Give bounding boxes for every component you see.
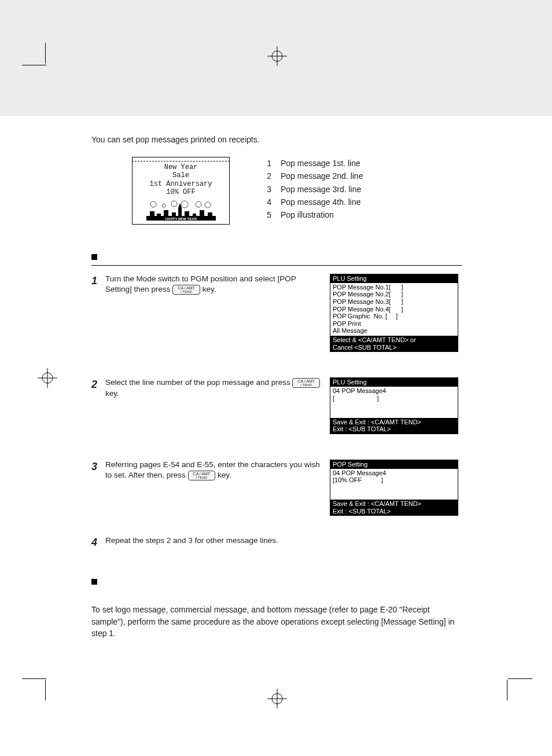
receipt-line3: 1st Anniversary [136, 180, 226, 188]
manual-page: You can set pop messages printed on rece… [0, 0, 552, 756]
legend-item: 4Pop message 4th. line [264, 196, 363, 208]
ca-amt-tend-key: CA / AMT/ TEND [172, 285, 200, 295]
step-text: Repeat the steps 2 and 3 for other messa… [105, 535, 323, 549]
registration-mark-left [38, 368, 57, 388]
legend-label: Pop message 3rd. line [281, 183, 361, 196]
step-text: Referring pages E-54 and E-55, enter the… [105, 460, 323, 480]
step-number: 3 [91, 460, 101, 480]
svg-point-13 [196, 201, 201, 207]
ca-amt-tend-key: CA / AMT/ TEND [292, 378, 320, 388]
svg-point-9 [150, 201, 156, 207]
step-4: 4 Repeat the steps 2 and 3 for other mes… [91, 535, 462, 549]
lcd-header: POP Setting [330, 460, 458, 469]
bullet-square-icon [91, 254, 97, 260]
legend-item: 2Pop message 2nd. line [264, 170, 363, 182]
lcd-body: 04 POP Message4 [ ] [330, 387, 458, 418]
receipt-line1: New Year [136, 163, 226, 171]
step-number: 2 [91, 377, 101, 398]
svg-point-11 [171, 201, 177, 207]
lcd-screen-1: PLU Setting POP Message No.1[ ] POP Mess… [330, 274, 458, 352]
ca-amt-tend-key: CA / AMT/ TEND [188, 471, 216, 480]
intro-text: You can set pop messages printed on rece… [91, 134, 462, 145]
lcd-body: 04 POP Message4 [10% OFF ] [330, 469, 458, 500]
receipt-sample: New Year Sale 1st Anniversary 10% OFF HA… [132, 157, 230, 225]
legend-label: Pop message 1st. line [281, 157, 360, 170]
section-header [91, 577, 462, 587]
step-text: Turn the Mode switch to PGM position and… [105, 274, 323, 295]
illustration-row: New Year Sale 1st Anniversary 10% OFF HA… [132, 157, 462, 225]
step-text: Select the line number of the pop messag… [105, 377, 323, 398]
crop-mark-bottom-left [22, 659, 74, 711]
svg-point-14 [205, 202, 211, 208]
svg-point-10 [162, 204, 165, 207]
legend-list: 1Pop message 1st. line 2Pop message 2nd.… [264, 157, 363, 222]
lcd-footer: Select & <CA/AMT TEND> or Cancel <SUB TO… [330, 336, 458, 351]
step-number: 1 [91, 274, 101, 295]
section-rule [91, 265, 462, 266]
legend-label: Pop illustration [281, 208, 334, 221]
crop-mark-bottom-right [484, 659, 536, 711]
step-2: 2 Select the line number of the pop mess… [91, 377, 462, 436]
lcd-screen-2: PLU Setting 04 POP Message4 [ ] Save & E… [330, 377, 458, 434]
legend-item: 5Pop illustration [264, 208, 363, 221]
bullet-square-icon [91, 579, 97, 585]
lcd-body: POP Message No.1[ ] POP Message No.2[ ] … [330, 283, 458, 336]
fireworks-cityscape-icon: HAPPY NEW YEAR [146, 200, 216, 221]
final-paragraph: To set logo message, commercial message,… [91, 604, 462, 639]
legend-item: 1Pop message 1st. line [264, 157, 363, 170]
registration-mark-top [267, 46, 287, 66]
crop-mark-top-left [22, 43, 74, 95]
legend-label: Pop message 4th. line [281, 196, 361, 208]
step-1: 1 Turn the Mode switch to PGM position a… [91, 274, 462, 354]
lcd-header: PLU Setting [330, 274, 458, 283]
page-content: You can set pop messages printed on rece… [91, 134, 462, 639]
step-3: 3 Referring pages E-54 and E-55, enter t… [91, 460, 462, 518]
legend-item: 3Pop message 3rd. line [264, 183, 363, 196]
receipt-line4: 10% OFF [136, 188, 226, 196]
legend-label: Pop message 2nd. line [281, 170, 363, 182]
lcd-header: PLU Setting [330, 378, 458, 387]
svg-point-12 [181, 201, 188, 208]
section-header [91, 251, 462, 262]
lcd-footer: Save & Exit : <CA/AMT TEND> Exit : <SUB … [330, 500, 458, 515]
registration-mark-bottom [267, 689, 287, 709]
step-number: 4 [91, 535, 101, 549]
lcd-screen-3: POP Setting 04 POP Message4 [10% OFF ] S… [330, 460, 458, 516]
svg-text:HAPPY NEW YEAR: HAPPY NEW YEAR [165, 217, 197, 221]
lcd-footer: Save & Exit : <CA/AMT TEND> Exit : <SUB … [330, 418, 458, 434]
receipt-line2: Sale [136, 171, 226, 179]
